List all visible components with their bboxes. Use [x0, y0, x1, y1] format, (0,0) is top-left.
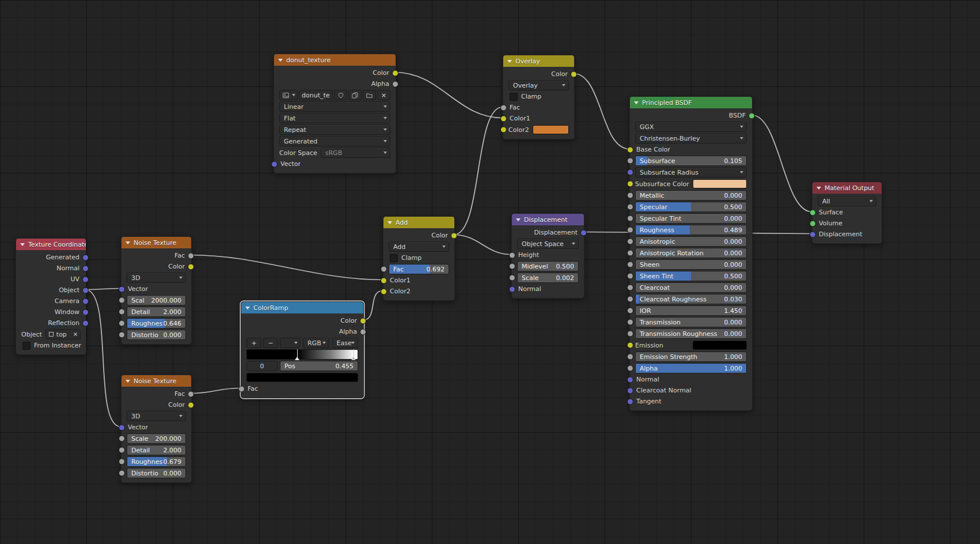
socket-ior-in[interactable]	[627, 308, 633, 314]
subsurface-color-swatch[interactable]	[693, 179, 747, 188]
socket-color-out[interactable]	[571, 71, 577, 77]
socket-roughness-in[interactable]	[119, 459, 125, 465]
transmission-slider[interactable]: Transmission 0.000	[635, 317, 747, 327]
collapse-icon[interactable]	[126, 380, 130, 383]
scale-slider[interactable]: Scal 2000.000	[127, 295, 186, 305]
detail-slider[interactable]: Detail 2.000	[127, 445, 186, 455]
socket-fac-out[interactable]	[188, 252, 194, 259]
socket-roughness-in[interactable]	[119, 320, 125, 327]
collapse-icon[interactable]	[278, 59, 283, 62]
socket-transmission-roughness-in[interactable]	[627, 331, 633, 337]
socket-specular-tint-in[interactable]	[627, 216, 633, 222]
roughness-slider[interactable]: Roughness 0.489	[635, 225, 747, 235]
sheen-tint-slider[interactable]: Sheen Tint 0.500	[635, 271, 747, 281]
socket-roughness-in[interactable]	[627, 227, 633, 233]
new-image-button[interactable]	[348, 90, 362, 100]
transmission-roughness-slider[interactable]: Transmission Roughness 0.000	[635, 328, 747, 339]
socket-scale-in[interactable]	[119, 297, 125, 304]
target-dropdown[interactable]: All	[818, 196, 876, 206]
specular-slider[interactable]: Specular 0.500	[635, 202, 747, 212]
clearcoat-slider[interactable]: Clearcoat 0.000	[635, 282, 747, 293]
socket-normal-out[interactable]	[82, 265, 89, 271]
socket-specular-in[interactable]	[627, 204, 633, 210]
subsurface-slider[interactable]: Subsurface 0.105	[635, 156, 747, 166]
node-header[interactable]: Overlay	[503, 55, 574, 67]
socket-sheen-tint-in[interactable]	[627, 273, 633, 279]
socket-subsurface-radius-in[interactable]	[627, 169, 633, 176]
socket-clearcoat-normal-in[interactable]	[627, 387, 633, 394]
clamp-row[interactable]: Clamp	[503, 91, 574, 102]
node-image-texture[interactable]: donut_texture Color Alpha donut_texture	[274, 54, 396, 173]
color-mode-dropdown[interactable]: RGB	[303, 338, 329, 348]
socket-anisotropic-rotation-in[interactable]	[627, 250, 633, 256]
ramp-interpolation-dropdown[interactable]: Ease	[332, 338, 359, 348]
node-header[interactable]: Noise Texture	[121, 237, 191, 248]
stop-color-swatch[interactable]	[246, 373, 358, 382]
collapse-icon[interactable]	[516, 218, 521, 221]
node-mix-add[interactable]: Add Color Add Clamp Fac 0.692	[383, 216, 455, 301]
fac-slider[interactable]: Fac 0.692	[389, 264, 449, 274]
socket-bsdf-out[interactable]	[749, 112, 755, 119]
ramp-stop-handle-active[interactable]	[297, 349, 298, 360]
socket-midlevel-in[interactable]	[509, 263, 515, 270]
node-header[interactable]: Principled BSDF	[630, 97, 752, 108]
socket-tangent-in[interactable]	[627, 398, 633, 405]
node-editor-canvas[interactable]: Texture Coordinate Generated Normal UV O…	[0, 0, 980, 544]
unlink-icon[interactable]	[73, 332, 78, 337]
socket-base-color-in[interactable]	[627, 146, 633, 153]
socket-distortion-in[interactable]	[119, 332, 125, 338]
image-browse-button[interactable]	[279, 90, 298, 100]
socket-emission-in[interactable]	[627, 342, 633, 349]
clamp-row[interactable]: Clamp	[383, 252, 454, 263]
socket-color2-in[interactable]	[381, 288, 387, 294]
socket-normal-in[interactable]	[627, 376, 633, 383]
clamp-checkbox[interactable]	[510, 93, 518, 101]
node-header[interactable]: Material Output	[812, 182, 882, 194]
socket-camera-out[interactable]	[82, 298, 89, 304]
socket-color1-in[interactable]	[381, 277, 387, 284]
socket-fac-out[interactable]	[188, 391, 194, 397]
socket-clearcoat-roughness-in[interactable]	[627, 296, 633, 303]
collapse-icon[interactable]	[388, 221, 392, 224]
emission-strength-slider[interactable]: Emission Strength 1.000	[635, 352, 747, 362]
color-space-dropdown[interactable]: sRGB	[321, 148, 390, 158]
scale-slider[interactable]: Scale 0.002	[517, 273, 579, 283]
socket-scale-in[interactable]	[509, 275, 515, 281]
add-stop-button[interactable]: +	[246, 338, 261, 348]
collapse-icon[interactable]	[20, 243, 25, 246]
socket-clearcoat-in[interactable]	[627, 285, 633, 291]
socket-scale-in[interactable]	[119, 436, 125, 442]
socket-vector-in[interactable]	[271, 161, 278, 167]
socket-metallic-in[interactable]	[627, 192, 633, 199]
extension-dropdown[interactable]: Repeat	[279, 124, 390, 135]
collapse-icon[interactable]	[634, 101, 639, 104]
projection-dropdown[interactable]: Flat	[279, 113, 390, 123]
alpha-slider[interactable]: Alpha 1.000	[635, 363, 747, 373]
socket-color1-in[interactable]	[500, 115, 507, 122]
socket-color-out[interactable]	[392, 70, 398, 76]
source-dropdown[interactable]: Generated	[279, 136, 390, 146]
subsurface-radius-dropdown[interactable]: Subsurface Radius	[635, 167, 747, 177]
socket-color-out[interactable]	[360, 318, 366, 324]
node-noise-texture-1[interactable]: Noise Texture Fac Color 3D Vector Scal	[121, 236, 192, 345]
socket-fac-in[interactable]	[381, 266, 387, 273]
emission-swatch[interactable]	[693, 341, 747, 350]
interpolation-dropdown[interactable]: Linear	[279, 101, 390, 112]
node-texture-coordinate[interactable]: Texture Coordinate Generated Normal UV O…	[16, 238, 86, 355]
node-header[interactable]: Add	[383, 217, 454, 228]
node-principled-bsdf[interactable]: Principled BSDF BSDF GGX Christensen-Bur…	[629, 96, 753, 411]
stop-index-field[interactable]: 0	[246, 361, 278, 371]
socket-displacement-out[interactable]	[580, 229, 587, 236]
ramp-tools-dropdown[interactable]	[280, 338, 300, 348]
socket-fac-in[interactable]	[238, 386, 245, 392]
specular-tint-slider[interactable]: Specular Tint 0.000	[635, 213, 747, 224]
node-mix-overlay[interactable]: Overlay Color Overlay Clamp Fac Color1	[503, 55, 575, 139]
blend-mode-dropdown[interactable]: Overlay	[508, 80, 569, 90]
ior-slider[interactable]: IOR 1.450	[635, 305, 747, 316]
collapse-icon[interactable]	[816, 187, 821, 190]
metallic-slider[interactable]: Metallic 0.000	[635, 190, 747, 201]
socket-detail-in[interactable]	[119, 447, 125, 454]
distribution-dropdown[interactable]: GGX	[635, 122, 747, 132]
scale-slider[interactable]: Scale 200.000	[127, 433, 186, 444]
socket-alpha-out[interactable]	[360, 328, 366, 335]
